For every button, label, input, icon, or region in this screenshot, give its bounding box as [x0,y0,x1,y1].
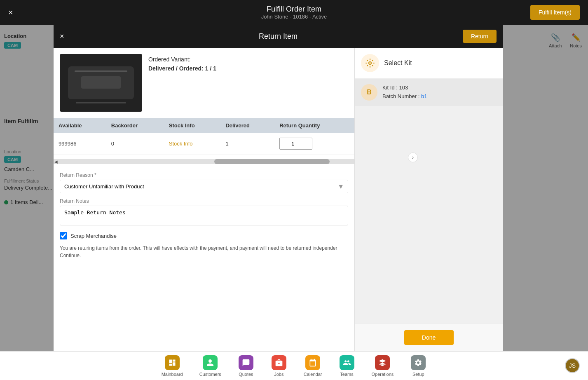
top-header-title-block: Fulfill Order Item John Stone - 10186 - … [261,5,327,20]
return-table-container: Available Backorder Stock Info Delivered… [54,118,354,155]
return-notes-textarea[interactable]: Sample Return Notes [60,206,348,225]
mainboard-icon [165,355,180,370]
return-quantity-input[interactable] [279,138,312,150]
return-table-header: Available Backorder Stock Info Delivered… [54,118,354,133]
table-row: 999986 0 Stock Info 1 [54,133,354,155]
kit-info: Kit Id : 103 Batch Number : b1 [382,84,427,101]
svg-point-0 [369,62,371,64]
top-close-button[interactable]: × [8,8,13,17]
nav-label-teams: Teams [340,372,353,377]
nav-label-customers: Customers [199,372,221,377]
scrap-checkbox-row: Scrap Merchandise [60,232,348,239]
return-modal: × Return Item Return Or [54,25,503,351]
fulfill-items-button[interactable]: Fulfill Item(s) [530,5,580,20]
col-delivered: Delivered [220,118,274,133]
return-notes-label: Return Notes [60,198,348,204]
stock-info-link[interactable]: Stock Info [169,141,193,147]
return-modal-header: × Return Item Return [54,25,503,48]
nav-label-quotes: Quotes [239,372,253,377]
warning-text: You are returing items from the order. T… [60,244,348,259]
col-return-qty: Return Quantity [274,118,354,133]
return-reason-field: Return Reason * Customer Unfamiliar with… [60,172,348,193]
nav-label-operations: Operations [372,372,394,377]
done-button[interactable]: Done [404,330,454,345]
return-reason-label: Return Reason * [60,172,348,178]
kit-icon-circle [361,54,379,72]
user-avatar[interactable]: JS [565,358,580,373]
avatar-initials: JS [569,362,576,369]
nav-item-operations[interactable]: Operations [363,352,402,380]
quotes-icon [239,355,253,370]
scrap-checkbox[interactable] [60,232,67,239]
return-form: Return Reason * Customer Unfamiliar with… [54,168,354,263]
return-modal-body: Ordered Variant: Delivered / Ordered: 1 … [54,48,503,351]
col-stock-info: Stock Info [164,118,221,133]
cell-stock-info[interactable]: Stock Info [164,133,221,155]
kit-avatar: B [361,84,377,101]
kit-id-text: Kit Id : 103 [382,84,427,92]
select-kit-header: Select Kit [355,48,503,79]
return-reason-select-wrapper: Customer Unfamiliar with Product Damaged… [60,180,348,193]
return-reason-select[interactable]: Customer Unfamiliar with Product Damaged… [60,180,348,193]
bottom-nav: Mainboard Customers Quotes Jobs Calendar… [0,351,588,380]
ordered-variant-label: Ordered Variant: [148,56,216,63]
top-header-title: Fulfill Order Item [261,5,327,14]
return-modal-left: Ordered Variant: Delivered / Ordered: 1 … [54,48,354,351]
scroll-left-arrow[interactable]: ◀ [54,159,59,164]
return-notes-field: Return Notes Sample Return Notes [60,198,348,227]
product-area: Ordered Variant: Delivered / Ordered: 1 … [54,48,354,118]
cell-available: 999986 [54,133,106,155]
nav-label-calendar: Calendar [304,372,322,377]
calendar-icon [305,355,320,370]
customers-icon [203,355,218,370]
operations-icon [375,355,390,370]
kit-batch-text: Batch Number : b1 [382,92,427,101]
return-button[interactable]: Return [463,30,497,43]
product-image [60,54,142,112]
return-modal-title: Return Item [259,32,298,41]
nav-item-calendar[interactable]: Calendar [295,352,330,380]
top-header: × Fulfill Order Item John Stone - 10186 … [0,0,588,25]
col-available: Available [54,118,106,133]
product-details: Ordered Variant: Delivered / Ordered: 1 … [148,54,216,112]
nav-label-setup: Setup [412,372,424,377]
scrap-label: Scrap Merchandise [70,233,117,239]
cell-delivered: 1 [220,133,274,155]
cell-backorder: 0 [106,133,164,155]
setup-icon [411,355,426,370]
return-table: Available Backorder Stock Info Delivered… [54,118,354,155]
nav-item-mainboard[interactable]: Mainboard [153,352,191,380]
select-kit-panel: Select Kit B Kit Id : 103 Batch Number :… [354,48,503,351]
scroll-bar-area[interactable]: ◀ [54,159,354,164]
jobs-icon [272,355,286,370]
nav-item-quotes[interactable]: Quotes [230,352,262,380]
done-btn-area: Done [355,324,503,351]
nav-label-jobs: Jobs [274,372,283,377]
nav-item-setup[interactable]: Setup [402,352,435,380]
nav-item-customers[interactable]: Customers [191,352,230,380]
cell-return-qty [274,133,354,155]
kit-gear-icon [365,58,375,68]
teams-icon [340,355,354,370]
return-modal-close-button[interactable]: × [60,32,64,41]
select-kit-content [355,106,503,324]
top-header-subtitle: John Stone - 10186 - Active [261,14,327,20]
product-image-inner [68,66,134,99]
select-kit-title: Select Kit [384,59,412,67]
main-content-area: Location CAM Item Fulfillm Location CAM … [0,25,588,351]
delivered-ordered-label: Delivered / Ordered: 1 / 1 [148,65,216,72]
nav-item-jobs[interactable]: Jobs [262,352,295,380]
chevron-right-icon: › [412,155,414,160]
expand-panel-button[interactable]: › [408,152,418,162]
nav-label-mainboard: Mainboard [162,372,183,377]
col-backorder: Backorder [106,118,164,133]
nav-item-teams[interactable]: Teams [330,352,363,380]
kit-list-item[interactable]: B Kit Id : 103 Batch Number : b1 [355,79,503,106]
scroll-bar-thumb[interactable] [214,159,330,164]
